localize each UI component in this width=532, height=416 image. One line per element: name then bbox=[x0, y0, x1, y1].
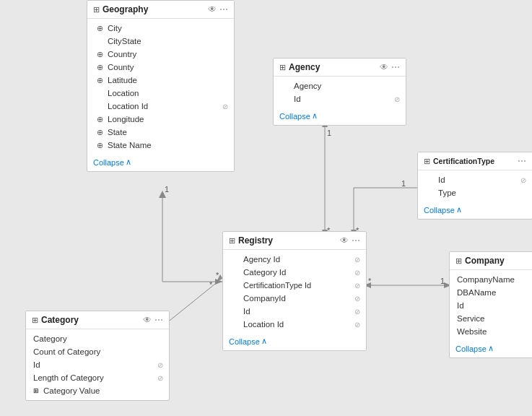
certificationtype-fields: Id ⊘ Type bbox=[418, 170, 532, 202]
category-length-label: Length of Category bbox=[33, 373, 154, 382]
field-cert-type: Type bbox=[418, 186, 532, 199]
locationid-lock-icon: ⊘ bbox=[222, 103, 228, 110]
category-header: ⊞ Category 👁 ⋯ bbox=[26, 311, 169, 329]
state-label: State bbox=[108, 128, 228, 136]
registry-categoryid-label: Category Id bbox=[243, 268, 352, 277]
registry-agencyid-label: Agency Id bbox=[243, 255, 352, 264]
cardinality-company-many: * bbox=[368, 277, 371, 285]
cert-id-label: Id bbox=[438, 176, 518, 184]
registry-id-label: Id bbox=[243, 307, 352, 316]
agency-chevron-icon: ∧ bbox=[312, 111, 318, 121]
agency-name-label: Agency bbox=[294, 82, 400, 90]
company-website-label: Website bbox=[457, 327, 532, 336]
cert-type-label: Type bbox=[438, 188, 526, 197]
entity-registry: ⊞ Registry 👁 ⋯ Agency Id ⊘ Category Id ⊘… bbox=[222, 231, 367, 351]
registry-collapse[interactable]: Collapse ∧ bbox=[229, 337, 360, 346]
registry-companyid-lock-icon: ⊘ bbox=[354, 295, 360, 303]
entity-geography: ⊞ Geography 👁 ⋯ ⊕ City CityState ⊕ Count… bbox=[87, 0, 235, 172]
geography-more-icon[interactable]: ⋯ bbox=[219, 4, 228, 14]
field-agency-name: Agency bbox=[274, 79, 406, 92]
registry-more-icon[interactable]: ⋯ bbox=[352, 235, 360, 246]
certificationtype-footer: Collapse ∧ bbox=[418, 202, 532, 219]
company-table-icon: ⊞ bbox=[455, 256, 462, 266]
registry-locationid-lock-icon: ⊘ bbox=[354, 321, 360, 329]
agency-eye-icon[interactable]: 👁 bbox=[380, 62, 388, 72]
field-category-name: Category bbox=[26, 332, 169, 345]
field-latitude: ⊕ Latitude bbox=[87, 74, 234, 87]
registry-certtypeid-label: CertificationType Id bbox=[243, 281, 352, 290]
category-value-icon: ⊞ bbox=[33, 387, 39, 394]
category-more-icon[interactable]: ⋯ bbox=[154, 315, 163, 325]
field-registry-companyid: CompanyId ⊘ bbox=[223, 292, 366, 305]
field-county: ⊕ County bbox=[87, 61, 234, 74]
city-label: City bbox=[108, 24, 228, 32]
agency-title: Agency bbox=[289, 62, 377, 72]
agency-collapse[interactable]: Collapse ∧ bbox=[279, 111, 400, 121]
geography-table-icon: ⊞ bbox=[93, 5, 100, 14]
category-eye-icon[interactable]: 👁 bbox=[143, 315, 152, 325]
field-state: ⊕ State bbox=[87, 126, 234, 139]
company-collapse[interactable]: Collapse ∧ bbox=[455, 344, 532, 353]
longitude-globe-icon: ⊕ bbox=[95, 115, 105, 124]
cardinality-geo-one: 1 bbox=[165, 185, 169, 194]
registry-chevron-icon: ∧ bbox=[261, 337, 267, 346]
field-company-dbaname: DBAName bbox=[450, 286, 532, 299]
state-globe-icon: ⊕ bbox=[95, 128, 105, 137]
company-service-label: Service bbox=[457, 314, 532, 323]
field-company-name: CompanyName bbox=[450, 273, 532, 286]
country-label: Country bbox=[108, 50, 228, 58]
company-name-label: CompanyName bbox=[457, 275, 532, 284]
registry-certtypeid-lock-icon: ⊘ bbox=[354, 282, 360, 290]
field-registry-categoryid: Category Id ⊘ bbox=[223, 266, 366, 279]
cardinality-agency-one: 1 bbox=[327, 129, 331, 137]
longitude-label: Longitude bbox=[108, 115, 228, 124]
certificationtype-header: ⊞ CertificationType ⋯ bbox=[418, 152, 532, 170]
field-country: ⊕ Country bbox=[87, 48, 234, 61]
registry-title: Registry bbox=[238, 235, 337, 246]
geography-collapse[interactable]: Collapse ∧ bbox=[93, 157, 228, 167]
certificationtype-more-icon[interactable]: ⋯ bbox=[518, 156, 526, 166]
registry-header: ⊞ Registry 👁 ⋯ bbox=[223, 232, 366, 250]
field-registry-id: Id ⊘ bbox=[223, 305, 366, 318]
agency-footer: Collapse ∧ bbox=[274, 108, 406, 125]
field-city: ⊕ City bbox=[87, 22, 234, 35]
geography-header: ⊞ Geography 👁 ⋯ bbox=[87, 1, 234, 19]
registry-categoryid-lock-icon: ⊘ bbox=[354, 269, 360, 277]
category-table-icon: ⊞ bbox=[32, 316, 38, 325]
field-statename: ⊕ State Name bbox=[87, 139, 234, 152]
registry-eye-icon[interactable]: 👁 bbox=[340, 235, 349, 246]
svg-marker-2 bbox=[215, 279, 222, 285]
agency-more-icon[interactable]: ⋯ bbox=[391, 62, 400, 72]
cardinality-cert-one: 1 bbox=[401, 179, 406, 188]
agency-id-label: Id bbox=[294, 95, 391, 103]
field-category-value: ⊞ Category Value bbox=[26, 384, 169, 397]
registry-table-icon: ⊞ bbox=[229, 236, 235, 246]
field-registry-certtypeid: CertificationType Id ⊘ bbox=[223, 279, 366, 292]
agency-table-icon: ⊞ bbox=[279, 63, 286, 72]
company-dbaname-label: DBAName bbox=[457, 288, 532, 297]
entity-category: ⊞ Category 👁 ⋯ Category Count of Categor… bbox=[25, 311, 170, 401]
agency-header: ⊞ Agency 👁 ⋯ bbox=[274, 58, 406, 77]
field-longitude: ⊕ Longitude bbox=[87, 113, 234, 126]
certificationtype-collapse[interactable]: Collapse ∧ bbox=[424, 205, 526, 214]
field-category-length: Length of Category ⊘ bbox=[26, 371, 169, 384]
cardinality-company-one: 1 bbox=[440, 277, 445, 285]
category-id-lock-icon: ⊘ bbox=[157, 361, 163, 369]
company-header: ⊞ Company bbox=[450, 252, 532, 270]
cert-id-lock-icon: ⊘ bbox=[520, 176, 526, 184]
country-globe-icon: ⊕ bbox=[95, 50, 105, 59]
geography-chevron-icon: ∧ bbox=[126, 157, 131, 167]
field-company-id: Id bbox=[450, 299, 532, 312]
field-cert-id: Id ⊘ bbox=[418, 173, 532, 186]
cardinality-geo-many: * bbox=[209, 280, 212, 289]
field-category-id: Id ⊘ bbox=[26, 358, 169, 371]
agency-id-lock-icon: ⊘ bbox=[394, 95, 400, 103]
category-title: Category bbox=[41, 315, 140, 325]
agency-collapse-label: Collapse bbox=[279, 112, 310, 121]
geography-eye-icon[interactable]: 👁 bbox=[208, 4, 217, 14]
latitude-globe-icon: ⊕ bbox=[95, 76, 105, 85]
entity-agency: ⊞ Agency 👁 ⋯ Agency Id ⊘ Collapse ∧ bbox=[273, 58, 406, 126]
field-category-count: Count of Category bbox=[26, 345, 169, 358]
company-footer: Collapse ∧ bbox=[450, 341, 532, 358]
company-id-label: Id bbox=[457, 301, 532, 310]
